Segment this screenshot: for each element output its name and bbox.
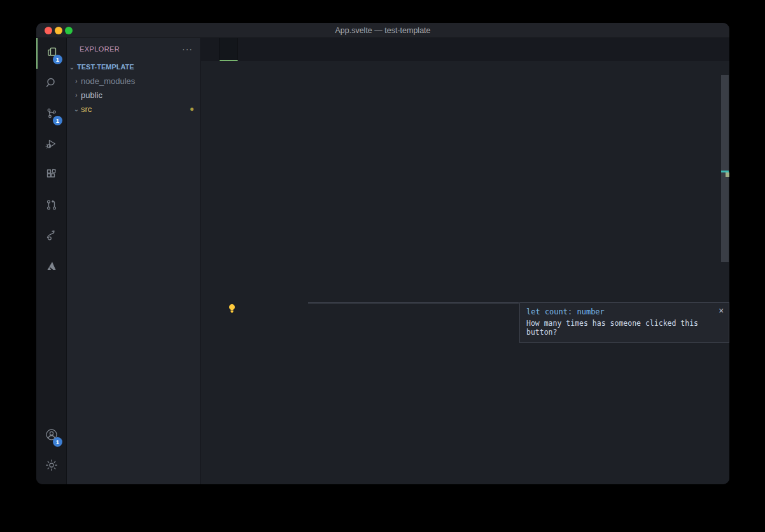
tree-item-label: node_modules (81, 76, 200, 86)
scrollbar-thumb[interactable] (721, 75, 729, 262)
suggest-details-panel: let count: number How many times has som… (519, 302, 729, 343)
tab-bar (201, 38, 729, 61)
code-editor[interactable]: let count: number How many times has som… (201, 75, 729, 484)
chevron-down-icon: ⌄ (67, 64, 77, 71)
extensions-icon (45, 167, 59, 184)
github-pull-requests-icon (45, 198, 59, 214)
activity-item-extensions[interactable] (36, 160, 67, 191)
tree-item-label: src (81, 104, 190, 114)
close-icon[interactable]: ✕ (719, 305, 724, 315)
breadcrumb (201, 61, 729, 75)
accounts-badge: 1 (53, 437, 62, 447)
editor-scrollbar[interactable] (720, 75, 729, 484)
search-icon (45, 76, 59, 92)
activity-item-search[interactable] (36, 69, 67, 99)
explorer-header: EXPLORER ··· (67, 38, 200, 60)
live-share-icon (45, 228, 59, 245)
window-title: App.svelte — test-template (335, 26, 430, 35)
activity-bar: 111 (36, 38, 67, 484)
activity-item-explorer[interactable]: 1 (36, 38, 67, 69)
explorer-title: EXPLORER (80, 45, 182, 53)
suggest-signature: let count: number (526, 307, 605, 316)
activity-item-live-share[interactable] (36, 221, 67, 252)
explorer-badge: 1 (53, 55, 62, 64)
zoom-window-button[interactable] (65, 27, 73, 34)
azure-icon (45, 259, 59, 276)
activity-item-azure[interactable] (36, 252, 67, 283)
tree-item-node-modules[interactable]: ›node_modules (67, 74, 200, 88)
tree-item-label: public (81, 90, 200, 100)
activity-item-github-pull-requests[interactable] (36, 191, 67, 221)
tab-app-svelte[interactable] (220, 38, 238, 61)
lightbulb-icon[interactable] (228, 304, 236, 316)
overview-ruler-decoration (726, 172, 729, 177)
activity-item-settings[interactable] (36, 451, 67, 482)
modified-dot-badge: ● (190, 105, 194, 113)
tree-item-src[interactable]: ⌄src● (67, 102, 200, 116)
activity-item-source-control[interactable]: 1 (36, 99, 67, 130)
source-control-badge: 1 (53, 116, 62, 125)
suggest-description: How many times has someone clicked this … (526, 319, 729, 337)
file-tree: ›node_modules›public⌄src● (67, 74, 200, 116)
vscode-window: App.svelte — test-template 111 EXPLORER … (36, 23, 729, 484)
explorer-more-actions-icon[interactable]: ··· (182, 44, 193, 54)
close-window-button[interactable] (45, 27, 52, 34)
editor-actions (722, 38, 729, 61)
settings-icon (45, 458, 59, 475)
tree-item-public[interactable]: ›public (67, 88, 200, 102)
activity-item-run-and-debug[interactable] (36, 130, 67, 160)
tab-welcome[interactable] (201, 38, 220, 61)
editor-column: let count: number How many times has som… (201, 38, 729, 484)
workspace-section-label: TEST-TEMPLATE (77, 63, 134, 71)
activity-item-accounts[interactable]: 1 (36, 421, 67, 451)
explorer-sidebar: EXPLORER ··· ⌄ TEST-TEMPLATE ›node_modul… (67, 38, 201, 484)
title-bar[interactable]: App.svelte — test-template (36, 23, 729, 38)
run-and-debug-icon (45, 137, 59, 153)
minimize-window-button[interactable] (55, 27, 62, 34)
suggest-widget (308, 302, 519, 304)
workspace-section-header[interactable]: ⌄ TEST-TEMPLATE (67, 60, 200, 74)
